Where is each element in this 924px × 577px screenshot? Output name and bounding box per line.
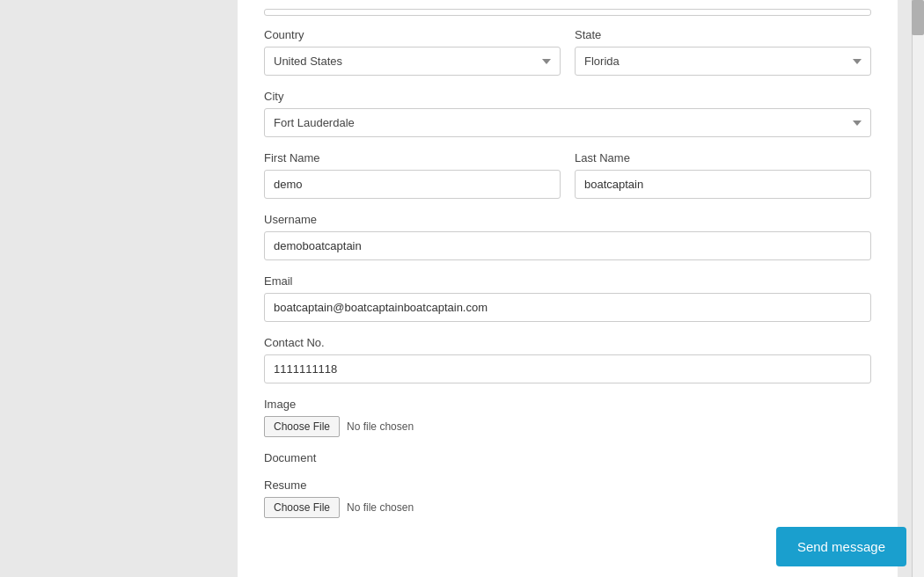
country-state-row: Country United StatesCanadaUnited Kingdo… bbox=[264, 28, 871, 76]
state-label: State bbox=[575, 28, 871, 41]
resume-label: Resume bbox=[264, 478, 871, 492]
document-group: Document bbox=[264, 451, 871, 464]
email-label: Email bbox=[264, 274, 871, 288]
city-group: City Fort LauderdaleMiamiOrlando bbox=[264, 90, 871, 137]
email-input[interactable] bbox=[264, 293, 871, 322]
first-name-label: First Name bbox=[264, 151, 561, 164]
resume-no-file-label: No file chosen bbox=[347, 501, 414, 514]
resume-file-wrapper: Choose File No file chosen bbox=[264, 497, 871, 518]
city-label: City bbox=[264, 90, 871, 103]
last-name-label: Last Name bbox=[575, 151, 871, 164]
image-group: Image Choose File No file chosen bbox=[264, 398, 871, 437]
scrollbar-track[interactable] bbox=[912, 0, 924, 577]
right-panel bbox=[898, 0, 924, 577]
image-label: Image bbox=[264, 398, 871, 411]
send-message-button[interactable]: Send message bbox=[776, 527, 906, 566]
document-label: Document bbox=[264, 451, 871, 464]
state-select[interactable]: FloridaCaliforniaNew York bbox=[575, 47, 871, 76]
contact-group: Contact No. bbox=[264, 336, 871, 383]
first-name-col: First Name bbox=[264, 151, 561, 199]
left-panel bbox=[0, 0, 238, 577]
image-file-wrapper: Choose File No file chosen bbox=[264, 416, 871, 437]
last-name-col: Last Name bbox=[575, 151, 871, 199]
image-choose-file-button[interactable]: Choose File bbox=[264, 416, 340, 437]
scrollbar-thumb[interactable] bbox=[912, 0, 924, 35]
state-col: State FloridaCaliforniaNew York bbox=[575, 28, 871, 76]
name-row: First Name Last Name bbox=[264, 151, 871, 199]
username-label: Username bbox=[264, 213, 871, 226]
city-select[interactable]: Fort LauderdaleMiamiOrlando bbox=[264, 108, 871, 137]
username-group: Username bbox=[264, 213, 871, 260]
email-group: Email bbox=[264, 274, 871, 322]
country-label: Country bbox=[264, 28, 561, 41]
top-cut-input bbox=[264, 9, 871, 16]
username-input[interactable] bbox=[264, 231, 871, 260]
country-select[interactable]: United StatesCanadaUnited Kingdom bbox=[264, 47, 561, 76]
contact-label: Contact No. bbox=[264, 336, 871, 349]
last-name-input[interactable] bbox=[575, 170, 871, 199]
country-col: Country United StatesCanadaUnited Kingdo… bbox=[264, 28, 561, 76]
main-content: Country United StatesCanadaUnited Kingdo… bbox=[238, 0, 898, 577]
image-no-file-label: No file chosen bbox=[347, 420, 414, 433]
resume-choose-file-button[interactable]: Choose File bbox=[264, 497, 340, 518]
form-section: Country United StatesCanadaUnited Kingdo… bbox=[264, 28, 871, 518]
resume-group: Resume Choose File No file chosen bbox=[264, 478, 871, 518]
contact-input[interactable] bbox=[264, 354, 871, 383]
first-name-input[interactable] bbox=[264, 170, 561, 199]
